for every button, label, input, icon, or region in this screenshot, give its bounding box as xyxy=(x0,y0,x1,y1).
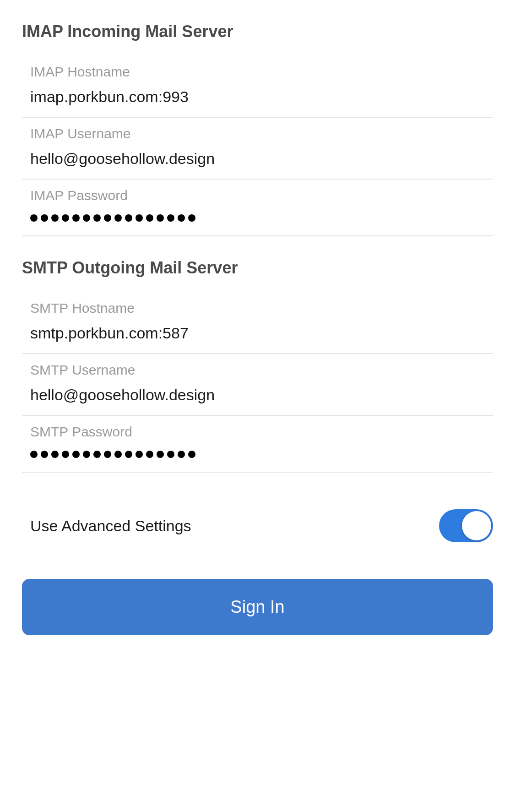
imap-username-field[interactable]: IMAP Username hello@goosehollow.design xyxy=(22,118,493,180)
imap-username-value: hello@goosehollow.design xyxy=(30,150,493,168)
imap-hostname-value: imap.porkbun.com:993 xyxy=(30,88,493,106)
smtp-password-label: SMTP Password xyxy=(30,424,493,440)
smtp-hostname-field[interactable]: SMTP Hostname smtp.porkbun.com:587 xyxy=(22,292,493,354)
smtp-username-field[interactable]: SMTP Username hello@goosehollow.design xyxy=(22,354,493,416)
toggle-knob xyxy=(462,511,491,540)
advanced-settings-row: Use Advanced Settings xyxy=(22,495,493,557)
smtp-section-title: SMTP Outgoing Mail Server xyxy=(22,258,493,278)
smtp-hostname-value: smtp.porkbun.com:587 xyxy=(30,324,493,342)
imap-password-label: IMAP Password xyxy=(30,188,493,203)
imap-password-field[interactable]: IMAP Password xyxy=(22,180,493,236)
signin-button[interactable]: Sign In xyxy=(22,579,493,635)
smtp-username-label: SMTP Username xyxy=(30,362,493,378)
imap-hostname-field[interactable]: IMAP Hostname imap.porkbun.com:993 xyxy=(22,56,493,118)
advanced-settings-toggle[interactable] xyxy=(439,509,493,542)
imap-hostname-label: IMAP Hostname xyxy=(30,64,493,80)
smtp-hostname-label: SMTP Hostname xyxy=(30,300,493,316)
smtp-password-value xyxy=(30,448,493,461)
smtp-password-field[interactable]: SMTP Password xyxy=(22,416,493,473)
imap-username-label: IMAP Username xyxy=(30,126,493,142)
advanced-settings-label: Use Advanced Settings xyxy=(30,517,191,535)
imap-password-value xyxy=(30,212,493,224)
imap-section-title: IMAP Incoming Mail Server xyxy=(22,22,493,41)
smtp-username-value: hello@goosehollow.design xyxy=(30,386,493,404)
